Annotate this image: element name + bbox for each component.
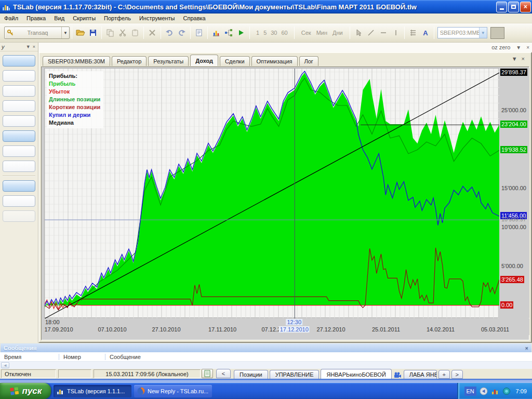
tab-SBERP03:ММВБ:30М[interactable]: SBERP03:ММВБ:30М bbox=[43, 56, 110, 66]
messages-hscrollbar[interactable]: ◄ bbox=[0, 362, 532, 369]
tab-Доход[interactable]: Доход bbox=[190, 55, 218, 66]
chart-plot[interactable]: Прибыль: ПрибыльУбытокДлинные позицииКор… bbox=[44, 68, 499, 318]
panel-button-5[interactable] bbox=[3, 115, 35, 127]
script-link-icon[interactable] bbox=[222, 26, 235, 39]
menu-item-2[interactable]: Правка bbox=[22, 14, 50, 22]
interval-5[interactable]: 5 bbox=[261, 30, 269, 36]
prev-strategy-button[interactable]: < bbox=[216, 369, 231, 378]
status-tray-icon[interactable] bbox=[502, 387, 511, 395]
close-icon[interactable]: × bbox=[524, 45, 532, 50]
symbol-combo[interactable]: SBERP03:ММВБ ▼ bbox=[437, 27, 487, 38]
tab-Результаты[interactable]: Результаты bbox=[148, 56, 189, 66]
transaq-tray-icon[interactable] bbox=[480, 387, 488, 395]
redo-icon[interactable] bbox=[176, 26, 188, 39]
text-label-icon[interactable]: A bbox=[419, 26, 432, 39]
menu-item-4[interactable]: Скрипты bbox=[69, 14, 100, 22]
undo-icon[interactable] bbox=[163, 26, 176, 39]
strategy-tab-ЛАБА ЯНВАР[interactable]: ЛАБА ЯНВАР bbox=[404, 370, 437, 379]
paste-icon[interactable] bbox=[129, 26, 141, 39]
transaq-connect-button[interactable]: Transaq ▼ bbox=[4, 26, 70, 39]
price-label: 3'265.48 bbox=[500, 276, 524, 283]
panel-button-8[interactable] bbox=[3, 161, 35, 172]
panel-button-3[interactable] bbox=[3, 85, 35, 97]
delete-icon[interactable] bbox=[146, 26, 158, 39]
hline-icon[interactable] bbox=[377, 26, 390, 39]
next-strategy-button[interactable]: > bbox=[451, 370, 463, 379]
panel-button-9[interactable] bbox=[3, 180, 35, 192]
transaq-dropdown-arrow[interactable]: ▼ bbox=[61, 27, 69, 38]
period-Сек[interactable]: Сек bbox=[299, 30, 314, 36]
save-icon[interactable] bbox=[87, 26, 99, 39]
chevron-down-icon[interactable]: ▼ bbox=[513, 45, 524, 50]
period-Дни[interactable]: Дни bbox=[330, 30, 345, 36]
column-header-3[interactable]: Сообщение bbox=[105, 354, 141, 360]
chevron-down-icon[interactable]: ▼ bbox=[510, 56, 520, 62]
task-button-1[interactable]: TSLab (версия 1.1.1... bbox=[54, 385, 131, 397]
restore-button[interactable] bbox=[508, 2, 519, 12]
menu-item-3[interactable]: Вид bbox=[50, 14, 69, 22]
svg-text:A: A bbox=[423, 29, 428, 37]
close-button[interactable]: × bbox=[520, 2, 531, 12]
menu-item-6[interactable]: Инструменты bbox=[135, 14, 179, 22]
panel-button-1[interactable] bbox=[3, 55, 35, 66]
tab-Редактор[interactable]: Редактор bbox=[112, 56, 147, 66]
copy-icon[interactable] bbox=[104, 26, 116, 39]
status-empty-cell bbox=[58, 369, 91, 378]
vline-icon[interactable] bbox=[390, 26, 402, 39]
strategy-tab-УПРАВЛЕНИЕ[interactable]: УПРАВЛЕНИЕ bbox=[270, 370, 320, 379]
tab-Сделки[interactable]: Сделки bbox=[220, 56, 250, 66]
cut-icon[interactable] bbox=[116, 26, 129, 39]
column-header-2[interactable]: Номер bbox=[59, 354, 101, 360]
menu-item-7[interactable]: Справка bbox=[179, 14, 210, 22]
menu-item-1[interactable]: Файл bbox=[0, 14, 22, 22]
chart-icon[interactable] bbox=[210, 26, 222, 39]
chart-canvas bbox=[45, 69, 499, 318]
fib-levels-icon[interactable] bbox=[407, 26, 419, 39]
interval-60[interactable]: 60 bbox=[280, 30, 290, 36]
firefox-icon bbox=[137, 387, 145, 395]
app-icon bbox=[2, 3, 10, 11]
report-icon[interactable] bbox=[193, 26, 205, 39]
panel-button-4[interactable] bbox=[3, 100, 35, 112]
tab-Лог[interactable]: Лог bbox=[299, 56, 318, 66]
run-icon[interactable] bbox=[235, 26, 247, 39]
panel-button-6[interactable] bbox=[3, 130, 35, 142]
trendline-icon[interactable] bbox=[365, 26, 377, 39]
title-bar: TSLab (версия 1.1.17.70:32bit) - C:\Docu… bbox=[0, 0, 532, 14]
period-Мин[interactable]: Мин bbox=[314, 30, 330, 36]
windows-flag-icon bbox=[9, 386, 20, 396]
minimize-button[interactable] bbox=[496, 2, 507, 12]
camera-icon[interactable] bbox=[394, 372, 402, 378]
date-label: 27.10.2010 bbox=[152, 326, 180, 332]
panel-button-11[interactable] bbox=[3, 210, 35, 222]
scroll-left-icon[interactable]: ◄ bbox=[1, 362, 9, 368]
strategy-tab-ЯНВАРЬкиноБОЕВОЙ[interactable]: ЯНВАРЬкиноБОЕВОЙ bbox=[321, 369, 391, 379]
pin-icon[interactable]: ▼ bbox=[25, 44, 32, 49]
interval-1[interactable]: 1 bbox=[254, 30, 261, 36]
panel-button-7[interactable] bbox=[3, 145, 35, 157]
open-file-icon[interactable] bbox=[74, 26, 87, 39]
language-indicator[interactable]: EN bbox=[464, 387, 476, 396]
start-button[interactable]: пуск bbox=[0, 383, 51, 399]
close-icon[interactable]: × bbox=[32, 44, 36, 49]
interval-30[interactable]: 30 bbox=[269, 30, 279, 36]
panel-button-10[interactable] bbox=[3, 195, 35, 207]
close-icon[interactable]: × bbox=[525, 345, 528, 351]
strategy-tab-Позиции[interactable]: Позиции bbox=[234, 370, 268, 379]
chart-client: Прибыль: ПрибыльУбытокДлинные позицииКор… bbox=[41, 66, 529, 340]
transaq-label: Transaq bbox=[14, 30, 61, 36]
task-buttons: TSLab (версия 1.1.1...New Reply - TSLab.… bbox=[51, 385, 212, 397]
tabrow-controls: ▼× bbox=[510, 56, 527, 62]
task-button-2[interactable]: New Reply - TSLab.ru... bbox=[134, 385, 212, 397]
tslab-tray-icon[interactable] bbox=[491, 387, 499, 395]
notebook-icon[interactable] bbox=[202, 369, 213, 378]
cursor-icon[interactable] bbox=[352, 26, 365, 39]
column-header-1[interactable]: Время bbox=[0, 354, 55, 360]
close-icon[interactable]: × bbox=[520, 56, 527, 62]
menu-item-5[interactable]: Портфель bbox=[100, 14, 135, 22]
tab-Оптимизация[interactable]: Оптимизация bbox=[251, 56, 298, 66]
chevron-down-icon[interactable]: ▼ bbox=[479, 28, 487, 38]
status-bar: Отключен 15.03.2011 7:09:56 (Локальное) … bbox=[0, 369, 532, 379]
add-strategy-button[interactable]: + bbox=[438, 370, 450, 379]
panel-button-2[interactable] bbox=[3, 70, 35, 82]
